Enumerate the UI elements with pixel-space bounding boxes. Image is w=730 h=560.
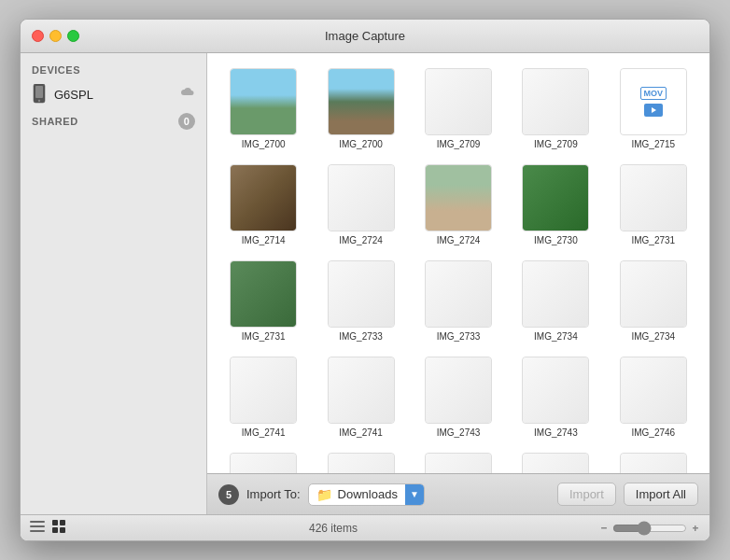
grid-item[interactable]: IMG_2709 [414, 68, 503, 149]
svg-point-2 [38, 100, 40, 102]
grid-item[interactable]: IMG_2734 [511, 260, 600, 342]
thumbnail [425, 164, 492, 231]
thumbnail [328, 260, 395, 328]
grid-item[interactable]: IMG_2761 [316, 453, 405, 473]
thumbnail [522, 357, 589, 424]
svg-rect-13 [695, 525, 696, 531]
content-area: DEVICES G6SPL SHARED 0 [21, 53, 709, 514]
view-grid-icon[interactable] [52, 520, 67, 536]
item-count: 426 items [75, 522, 592, 535]
grid-item[interactable]: IMG_2730 [511, 164, 600, 245]
devices-section-header: DEVICES [21, 61, 206, 79]
grid-item[interactable]: IMG_2724 [414, 164, 503, 245]
svg-rect-6 [30, 530, 45, 532]
shared-section-header: SHARED 0 [21, 109, 206, 133]
file-label: IMG_2734 [631, 331, 675, 342]
thumbnail [522, 260, 589, 328]
thumbnail [230, 357, 297, 424]
thumbnail [328, 357, 395, 424]
svg-rect-5 [30, 525, 45, 527]
svg-rect-10 [60, 527, 65, 533]
thumbnail [425, 453, 492, 473]
maximize-button[interactable] [67, 30, 79, 42]
cloud-icon [178, 86, 195, 103]
svg-rect-4 [30, 521, 45, 523]
thumbnail [522, 453, 589, 473]
device-name: G6SPL [54, 88, 93, 102]
file-label: IMG_2733 [339, 331, 383, 342]
grid-item[interactable]: IMG_2746 [218, 453, 308, 473]
svg-rect-7 [52, 520, 58, 525]
thumbnail [522, 164, 589, 231]
thumbnail [328, 453, 395, 473]
grid-item[interactable]: IMG_2731 [609, 164, 698, 245]
svg-rect-8 [60, 520, 65, 525]
bottom-bar: 5 Import To: 📁 Downloads ▼ Import Import… [207, 473, 709, 514]
thumbnail [328, 164, 395, 231]
grid-item[interactable]: IMG_2743 [511, 357, 600, 438]
sidebar: DEVICES G6SPL SHARED 0 [21, 53, 207, 514]
traffic-lights [32, 30, 79, 42]
status-bar: 426 items [21, 514, 709, 540]
dropdown-arrow-icon[interactable]: ▼ [405, 484, 424, 505]
thumbnail [620, 260, 687, 328]
file-label: IMG_2734 [534, 331, 578, 342]
import-to-label: Import To: [246, 487, 301, 501]
window-title: Image Capture [325, 29, 405, 43]
zoom-slider[interactable] [612, 521, 687, 536]
grid-item[interactable]: IMG_2761 [414, 453, 503, 473]
grid-item[interactable]: IMG_2731 [218, 260, 308, 342]
grid-item[interactable]: IMG_2746 [609, 357, 698, 438]
import-button[interactable]: Import [557, 483, 616, 506]
titlebar: Image Capture [21, 20, 709, 53]
grid-item[interactable]: IMG_2724 [316, 164, 405, 245]
thumbnail [620, 164, 687, 231]
file-label: IMG_2733 [437, 331, 481, 342]
main-area: IMG_2700 IMG_2700 IMG_2709 IMG_2709 MOV [207, 53, 709, 514]
grid-item[interactable]: IMG_2741 [218, 357, 308, 438]
zoom-in-icon [691, 524, 700, 533]
grid-item[interactable]: IMG_2733 [316, 260, 405, 342]
minimize-button[interactable] [49, 30, 62, 42]
svg-marker-3 [652, 107, 656, 113]
grid-item[interactable]: IMG_2714 [218, 164, 308, 245]
grid-item[interactable]: IMG_2741 [316, 357, 405, 438]
grid-item[interactable]: IMG_2733 [414, 260, 503, 342]
phone-icon [32, 84, 47, 105]
grid-item[interactable]: IMG_1065 [609, 453, 698, 473]
thumbnail [230, 68, 297, 135]
sidebar-item-device[interactable]: G6SPL [21, 79, 206, 109]
view-list-icon[interactable] [30, 520, 45, 536]
import-count-badge: 5 [218, 484, 239, 505]
grid-item[interactable]: IMG_2734 [609, 260, 698, 342]
svg-rect-9 [52, 527, 58, 533]
file-label: IMG_2731 [631, 235, 675, 245]
thumbnail [230, 453, 297, 473]
zoom-out-icon [599, 524, 609, 533]
file-label: IMG_2700 [339, 139, 383, 149]
grid-item[interactable]: IMG_2700 [218, 68, 308, 149]
grid-item[interactable]: IMG_2700 [316, 68, 405, 149]
file-label: IMG_2724 [339, 235, 383, 245]
close-button[interactable] [32, 30, 44, 42]
grid-item[interactable]: MOV IMG_2715 [609, 68, 698, 149]
import-destination-dropdown[interactable]: 📁 Downloads ▼ [308, 483, 425, 506]
grid-item[interactable]: IMG_2743 [414, 357, 503, 438]
file-label: IMG_2743 [534, 427, 578, 438]
thumbnail [230, 260, 297, 328]
file-label: IMG_2714 [242, 235, 286, 245]
import-all-button[interactable]: Import All [624, 483, 698, 506]
image-grid[interactable]: IMG_2700 IMG_2700 IMG_2709 IMG_2709 MOV [207, 53, 709, 473]
file-label: IMG_2741 [339, 427, 383, 438]
file-label: IMG_2700 [242, 139, 286, 149]
file-label: IMG_2709 [437, 139, 481, 149]
svg-rect-11 [601, 527, 607, 529]
thumbnail [425, 260, 492, 328]
grid-item[interactable]: IMG_2709 [511, 68, 600, 149]
shared-badge: 0 [178, 113, 195, 130]
thumbnail [230, 164, 297, 231]
file-label: IMG_2724 [437, 235, 481, 245]
dropdown-main[interactable]: 📁 Downloads [309, 484, 405, 505]
file-label: IMG_2741 [242, 427, 286, 438]
grid-item[interactable]: IMG_1065 [511, 453, 600, 473]
